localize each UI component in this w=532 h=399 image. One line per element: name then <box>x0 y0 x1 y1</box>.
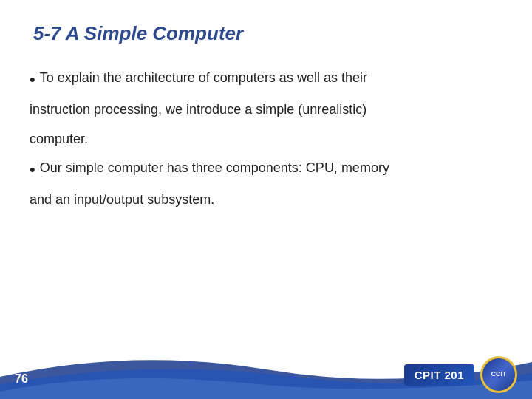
logo-area: CPIT 201 CCIT <box>404 356 517 393</box>
slide-content: • To explain the architecture of compute… <box>30 67 502 211</box>
continuation-text-2: computer. <box>30 129 502 151</box>
bullet-dot-1: • <box>30 67 35 92</box>
bullet-item-1: • To explain the architecture of compute… <box>30 67 502 92</box>
university-logo: CCIT <box>480 356 517 393</box>
continuation-text-3: and an input/output subsystem. <box>30 189 502 211</box>
continuation-text-1: instruction processing, we introduce a s… <box>30 99 502 121</box>
slide-container: 5-7 A Simple Computer • To explain the a… <box>0 0 532 399</box>
course-badge: CPIT 201 <box>404 364 474 386</box>
logo-text: CCIT <box>491 371 507 378</box>
bullet-dot-2: • <box>30 157 35 182</box>
bullet-text-2: Our simple computer has three components… <box>40 157 502 180</box>
bullet-text-1: To explain the architecture of computers… <box>40 67 502 89</box>
slide-title: 5-7 A Simple Computer <box>30 22 502 45</box>
logo-inner: CCIT <box>482 358 515 391</box>
page-number: 76 <box>15 372 28 386</box>
bullet-item-2: • Our simple computer has three componen… <box>30 157 502 182</box>
